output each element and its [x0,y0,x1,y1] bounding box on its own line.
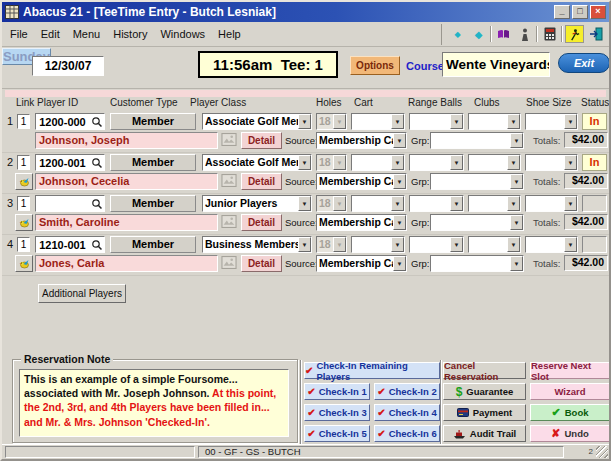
dropdown-arrow-icon[interactable]: ▼ [393,174,406,189]
menu-file[interactable]: File [10,28,28,40]
exit-application-icon[interactable] [586,25,605,43]
dropdown-arrow-icon[interactable]: ▼ [507,114,520,129]
dropdown-arrow-icon[interactable]: ▼ [507,155,520,170]
dropdown-arrow-icon[interactable]: ▼ [391,237,404,252]
dropdown-arrow-icon[interactable]: ▼ [391,114,404,129]
player-id-field[interactable] [35,195,105,212]
grp-dropdown[interactable]: ▼ [430,132,524,149]
range-balls-dropdown[interactable]: ▼ [409,154,464,171]
player-name-field[interactable]: Johnson, Cecelia [35,173,218,190]
search-icon[interactable] [89,157,104,169]
dropdown-arrow-icon[interactable]: ▼ [298,155,311,170]
dropdown-arrow-icon[interactable]: ▼ [393,215,406,230]
close-button[interactable]: × [590,5,606,19]
player-id-field[interactable]: 1210-001 [35,236,105,253]
person-icon[interactable] [515,25,534,43]
calculator-icon[interactable] [540,25,559,43]
player-class-dropdown[interactable]: Associate Golf Membe▼ [202,154,312,171]
source-dropdown[interactable]: Membership Campa▼ [316,255,407,272]
player-class-dropdown[interactable]: Junior Players▼ [202,195,312,212]
clubs-dropdown[interactable]: ▼ [468,236,521,253]
range-balls-dropdown[interactable]: ▼ [409,113,464,130]
detail-button[interactable]: Detail [241,132,282,149]
dropdown-arrow-icon[interactable]: ▼ [298,114,311,129]
checkin-5-button[interactable]: ✔Check-In 5 [304,425,370,442]
dropdown-arrow-icon[interactable]: ▼ [450,196,463,211]
undo-button[interactable]: ✘Undo [530,425,610,442]
cancel-reservation-button[interactable]: Cancel Reservation [443,362,526,379]
dropdown-arrow-icon[interactable]: ▼ [393,256,406,271]
checkin-remaining-button[interactable]: ✔ Check-In Remaining Players [304,362,440,379]
menu-history[interactable]: History [113,28,147,40]
nav-diamond-icon[interactable]: ◆ [469,25,488,43]
dropdown-arrow-icon[interactable]: ▼ [393,133,406,148]
dropdown-arrow-icon[interactable]: ▼ [298,237,311,252]
dropdown-arrow-icon[interactable]: ▼ [298,196,311,211]
checkin-3-button[interactable]: ✔Check-In 3 [304,404,370,421]
dropdown-arrow-icon[interactable]: ▼ [507,237,520,252]
linked-player-icon[interactable] [15,173,33,190]
player-class-dropdown[interactable]: Business Members▼ [202,236,312,253]
detail-button[interactable]: Detail [241,173,282,190]
checkin-2-button[interactable]: ✔Check-In 2 [374,383,440,400]
checkin-4-button[interactable]: ✔Check-In 4 [374,404,440,421]
maximize-button[interactable]: □ [572,5,588,19]
dropdown-arrow-icon[interactable]: ▼ [510,174,523,189]
player-class-dropdown[interactable]: Associate Golf Membe▼ [202,113,312,130]
dropdown-arrow-icon[interactable]: ▼ [564,114,577,129]
checkin-6-button[interactable]: ✔Check-In 6 [374,425,440,442]
cart-dropdown[interactable]: ▼ [351,113,405,130]
checkin-1-button[interactable]: ✔Check-In 1 [304,383,370,400]
detail-button[interactable]: Detail [241,255,282,272]
teetime-runner-icon[interactable] [565,25,584,43]
shoe-size-dropdown[interactable]: ▼ [525,113,578,130]
dropdown-arrow-icon[interactable]: ▼ [510,133,523,148]
search-icon[interactable] [89,116,104,128]
menu-edit[interactable]: Edit [41,28,60,40]
cart-dropdown[interactable]: ▼ [351,236,405,253]
link-field[interactable]: 1 [17,196,30,211]
cart-dropdown[interactable]: ▼ [351,195,405,212]
resize-grip[interactable] [596,446,608,458]
clubs-dropdown[interactable]: ▼ [468,195,521,212]
clubs-dropdown[interactable]: ▼ [468,154,521,171]
linked-player-icon[interactable] [15,255,33,272]
source-dropdown[interactable]: Membership Campa▼ [316,214,407,231]
grp-dropdown[interactable]: ▼ [430,173,524,190]
nav-diamond-small-icon[interactable]: ◆ [448,25,467,43]
shoe-size-dropdown[interactable]: ▼ [525,236,578,253]
dropdown-arrow-icon[interactable]: ▼ [510,215,523,230]
dropdown-arrow-icon[interactable]: ▼ [450,155,463,170]
grp-dropdown[interactable]: ▼ [430,255,524,272]
range-balls-dropdown[interactable]: ▼ [409,236,464,253]
player-name-field[interactable]: Smith, Caroline [35,214,218,231]
reservation-note-textarea[interactable]: This is an example of a simple Foursome.… [19,369,289,437]
dropdown-arrow-icon[interactable]: ▼ [564,196,577,211]
search-icon[interactable] [89,239,104,251]
search-icon[interactable] [89,198,104,210]
notes-book-icon[interactable] [494,25,513,43]
menu-menu[interactable]: Menu [73,28,101,40]
dropdown-arrow-icon[interactable]: ▼ [391,155,404,170]
player-id-field[interactable]: 1200-001 [35,154,105,171]
shoe-size-dropdown[interactable]: ▼ [525,195,578,212]
minimize-button[interactable]: _ [554,5,570,19]
title-bar[interactable]: Abacus 21 - [TeeTime Entry - Butch Lesni… [2,2,609,22]
dropdown-arrow-icon[interactable]: ▼ [507,196,520,211]
audit-trail-button[interactable]: Audit Trail [443,425,526,442]
reserve-next-slot-button[interactable]: Reserve Next Slot [530,362,610,379]
menu-help[interactable]: Help [218,28,241,40]
guarantee-button[interactable]: $Guarantee [443,383,526,400]
range-balls-dropdown[interactable]: ▼ [409,195,464,212]
course-field[interactable]: Wente Vineyards [442,52,550,77]
dropdown-arrow-icon[interactable]: ▼ [564,237,577,252]
clubs-dropdown[interactable]: ▼ [468,113,521,130]
date-field[interactable]: 12/30/07 [32,56,104,76]
linked-player-icon[interactable] [15,214,33,231]
link-field[interactable]: 1 [17,237,30,252]
grp-dropdown[interactable]: ▼ [430,214,524,231]
link-field[interactable]: 1 [17,155,30,170]
link-field[interactable]: 1 [17,114,30,129]
dropdown-arrow-icon[interactable]: ▼ [510,256,523,271]
player-id-field[interactable]: 1200-000 [35,113,105,130]
